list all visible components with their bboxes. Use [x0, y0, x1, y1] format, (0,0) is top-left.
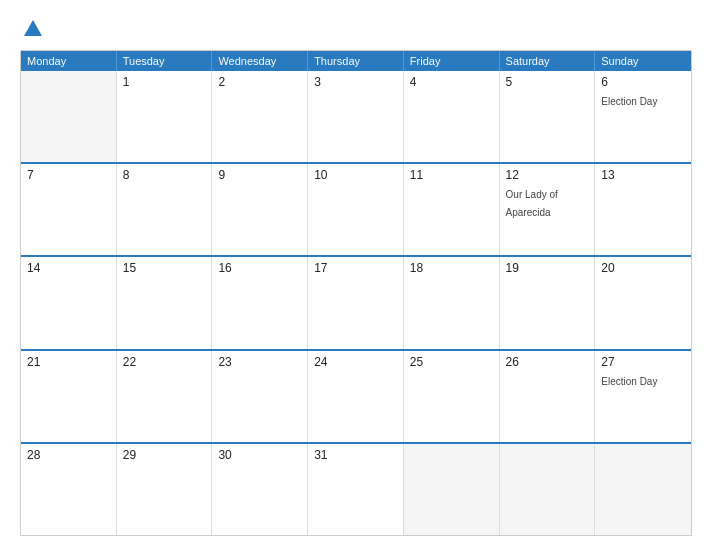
day-number: 13: [601, 168, 685, 182]
logo-icon: [22, 18, 44, 40]
day-number: 31: [314, 448, 397, 462]
cal-cell: 18: [404, 257, 500, 348]
day-number: 1: [123, 75, 206, 89]
cal-cell: 3: [308, 71, 404, 162]
logo: [20, 18, 44, 40]
day-header-friday: Friday: [404, 51, 500, 71]
day-number: 2: [218, 75, 301, 89]
day-number: 15: [123, 261, 206, 275]
calendar-week-2: 789101112Our Lady of Aparecida13: [21, 162, 691, 255]
cal-cell: 24: [308, 351, 404, 442]
cal-cell: [500, 444, 596, 535]
cal-cell: 11: [404, 164, 500, 255]
day-number: 28: [27, 448, 110, 462]
cal-cell: 16: [212, 257, 308, 348]
calendar-week-4: 21222324252627Election Day: [21, 349, 691, 442]
svg-marker-0: [24, 20, 42, 36]
event-label: Our Lady of Aparecida: [506, 189, 558, 218]
cal-cell: 17: [308, 257, 404, 348]
event-label: Election Day: [601, 96, 657, 107]
day-number: 3: [314, 75, 397, 89]
day-header-wednesday: Wednesday: [212, 51, 308, 71]
cal-cell: 10: [308, 164, 404, 255]
cal-cell: 2: [212, 71, 308, 162]
day-number: 25: [410, 355, 493, 369]
cal-cell: 28: [21, 444, 117, 535]
calendar-week-5: 28293031: [21, 442, 691, 535]
cal-cell: 5: [500, 71, 596, 162]
cal-cell: 21: [21, 351, 117, 442]
cal-cell: 29: [117, 444, 213, 535]
day-number: 26: [506, 355, 589, 369]
cal-cell: 15: [117, 257, 213, 348]
cal-cell: 7: [21, 164, 117, 255]
cal-cell: 30: [212, 444, 308, 535]
day-number: 24: [314, 355, 397, 369]
calendar-header-row: MondayTuesdayWednesdayThursdayFridaySatu…: [21, 51, 691, 71]
day-header-monday: Monday: [21, 51, 117, 71]
day-number: 12: [506, 168, 589, 182]
cal-cell: 1: [117, 71, 213, 162]
cal-cell: 22: [117, 351, 213, 442]
day-number: 7: [27, 168, 110, 182]
cal-cell: 12Our Lady of Aparecida: [500, 164, 596, 255]
day-number: 22: [123, 355, 206, 369]
calendar: MondayTuesdayWednesdayThursdayFridaySatu…: [20, 50, 692, 536]
calendar-week-3: 14151617181920: [21, 255, 691, 348]
day-number: 5: [506, 75, 589, 89]
cal-cell: 4: [404, 71, 500, 162]
day-number: 4: [410, 75, 493, 89]
day-number: 11: [410, 168, 493, 182]
day-number: 10: [314, 168, 397, 182]
cal-cell: 14: [21, 257, 117, 348]
day-header-thursday: Thursday: [308, 51, 404, 71]
cal-cell: [595, 444, 691, 535]
cal-cell: 9: [212, 164, 308, 255]
cal-cell: 25: [404, 351, 500, 442]
day-number: 29: [123, 448, 206, 462]
event-label: Election Day: [601, 376, 657, 387]
cal-cell: [21, 71, 117, 162]
day-header-sunday: Sunday: [595, 51, 691, 71]
day-number: 18: [410, 261, 493, 275]
cal-cell: 13: [595, 164, 691, 255]
cal-cell: [404, 444, 500, 535]
header: [20, 18, 692, 40]
day-number: 21: [27, 355, 110, 369]
day-number: 30: [218, 448, 301, 462]
day-number: 14: [27, 261, 110, 275]
cal-cell: 26: [500, 351, 596, 442]
cal-cell: 23: [212, 351, 308, 442]
page: MondayTuesdayWednesdayThursdayFridaySatu…: [0, 0, 712, 550]
day-number: 8: [123, 168, 206, 182]
day-header-tuesday: Tuesday: [117, 51, 213, 71]
calendar-body: 123456Election Day789101112Our Lady of A…: [21, 71, 691, 535]
calendar-week-1: 123456Election Day: [21, 71, 691, 162]
cal-cell: 31: [308, 444, 404, 535]
day-number: 23: [218, 355, 301, 369]
day-number: 6: [601, 75, 685, 89]
day-number: 20: [601, 261, 685, 275]
day-number: 17: [314, 261, 397, 275]
day-number: 27: [601, 355, 685, 369]
day-number: 19: [506, 261, 589, 275]
day-number: 9: [218, 168, 301, 182]
cal-cell: 6Election Day: [595, 71, 691, 162]
day-header-saturday: Saturday: [500, 51, 596, 71]
cal-cell: 19: [500, 257, 596, 348]
day-number: 16: [218, 261, 301, 275]
cal-cell: 8: [117, 164, 213, 255]
cal-cell: 27Election Day: [595, 351, 691, 442]
cal-cell: 20: [595, 257, 691, 348]
